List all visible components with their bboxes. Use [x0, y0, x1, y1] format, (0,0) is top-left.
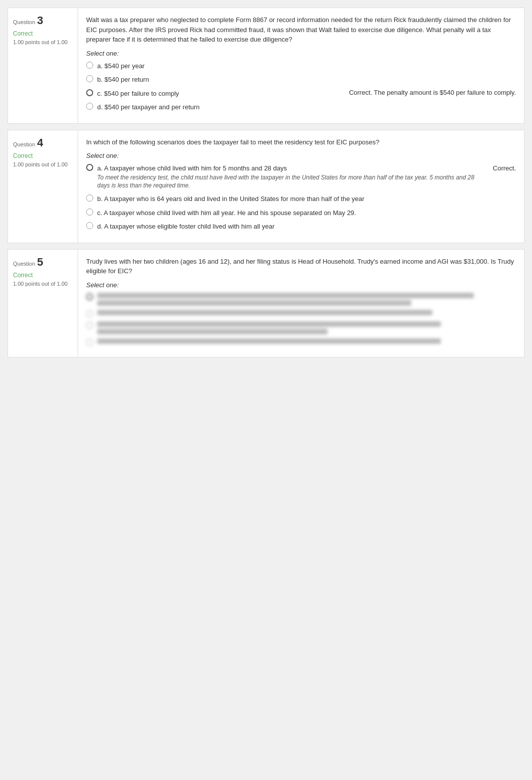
option-row-4b: b. A taxpayer who is 64 years old and li… — [86, 194, 516, 204]
option-radio-5a[interactable] — [86, 293, 93, 300]
option-4d: d. A taxpayer whose eligible foster chil… — [86, 222, 516, 232]
question-points-3: 1.00 points out of 1.00 — [13, 39, 73, 45]
option-row-3d: d. $540 per taxpayer and per return — [86, 102, 516, 112]
select-one-label-5: Select one: — [86, 281, 516, 289]
option-row-4c: c. A taxpayer whose child lived with him… — [86, 208, 516, 218]
question-sidebar-5: Question 5 Correct 1.00 points out of 1.… — [8, 250, 78, 357]
option-radio-3c[interactable] — [86, 89, 93, 96]
question-sidebar-3: Question 3 Correct 1.00 points out of 1.… — [8, 8, 78, 123]
option-radio-4b[interactable] — [86, 194, 93, 202]
blurred-line-5c-1 — [97, 321, 441, 327]
option-5b — [86, 310, 516, 317]
question-block-3: Question 3 Correct 1.00 points out of 1.… — [8, 8, 524, 124]
question-content-5: Trudy lives with her two children (ages … — [78, 250, 524, 357]
question-label-3: Question — [13, 19, 35, 25]
question-label-5: Question — [13, 261, 35, 267]
question-content-4: In which of the following scenarios does… — [78, 130, 524, 243]
option-radio-5c[interactable] — [86, 322, 93, 329]
blurred-line-5b — [97, 310, 432, 315]
option-text-3b: b. $540 per return — [97, 75, 149, 85]
option-text-4b: b. A taxpayer who is 64 years old and li… — [97, 194, 364, 204]
option-3d: d. $540 per taxpayer and per return — [86, 102, 516, 112]
option-correct-note-4a: Correct. — [493, 163, 516, 172]
option-text-4a: a. A taxpayer whose child lived with him… — [97, 163, 287, 173]
option-radio-5b[interactable] — [86, 310, 93, 317]
option-text-4c: c. A taxpayer whose child lived with him… — [97, 208, 356, 218]
blurred-line-5a-1 — [97, 293, 474, 298]
select-one-label-4: Select one: — [86, 152, 516, 159]
option-row-3a: a. $540 per year — [86, 61, 516, 71]
option-text-3c: c. $540 per failure to comply — [97, 89, 179, 99]
blurred-line-5d — [97, 338, 441, 344]
option-3a: a. $540 per year — [86, 61, 516, 71]
option-row-4d: d. A taxpayer whose eligible foster chil… — [86, 222, 516, 232]
blurred-line-5a-2 — [97, 300, 411, 306]
option-5a — [86, 293, 516, 306]
options-list-3: a. $540 per year b. $540 per return — [86, 61, 516, 112]
option-radio-3d[interactable] — [86, 103, 93, 110]
question-points-4: 1.00 points out of 1.00 — [13, 161, 73, 167]
option-radio-4d[interactable] — [86, 222, 93, 229]
option-row-4a: a. A taxpayer whose child lived with him… — [86, 163, 516, 190]
option-radio-3b[interactable] — [86, 75, 93, 82]
option-text-3a: a. $540 per year — [97, 61, 145, 71]
question-number-4: 4 — [37, 136, 43, 149]
question-points-5: 1.00 points out of 1.00 — [13, 281, 73, 287]
option-row-3b: b. $540 per return — [86, 75, 516, 85]
question-content-3: Walt was a tax preparer who neglected to… — [78, 8, 524, 123]
option-radio-4c[interactable] — [86, 209, 93, 216]
question-number-5: 5 — [37, 256, 43, 269]
question-text-5: Trudy lives with her two children (ages … — [86, 257, 516, 276]
option-radio-5d[interactable] — [86, 339, 93, 346]
options-list-5 — [86, 293, 516, 346]
option-4c: c. A taxpayer whose child lived with him… — [86, 208, 516, 218]
page: Question 3 Correct 1.00 points out of 1.… — [0, 0, 532, 780]
blurred-line-5c-2 — [97, 329, 328, 334]
options-list-4: a. A taxpayer whose child lived with him… — [86, 163, 516, 232]
option-detail-4a: To meet the residency test, the child mu… — [97, 173, 485, 190]
question-number-3: 3 — [37, 14, 43, 27]
option-4b: b. A taxpayer who is 64 years old and li… — [86, 194, 516, 204]
option-text-4d: d. A taxpayer whose eligible foster chil… — [97, 222, 275, 232]
option-4a: a. A taxpayer whose child lived with him… — [86, 163, 516, 190]
question-status-3: Correct — [13, 30, 73, 37]
question-block-4: Question 4 Correct 1.00 points out of 1.… — [8, 130, 524, 243]
option-5d — [86, 338, 516, 346]
option-3c: c. $540 per failure to comply Correct. T… — [86, 89, 516, 99]
option-correct-note-3c: Correct. The penalty amount is $540 per … — [349, 89, 516, 96]
question-sidebar-4: Question 4 Correct 1.00 points out of 1.… — [8, 130, 78, 243]
option-row-3c: c. $540 per failure to comply Correct. T… — [86, 89, 516, 99]
option-5c — [86, 321, 516, 334]
question-status-5: Correct — [13, 272, 73, 279]
option-radio-4a[interactable] — [86, 164, 93, 171]
question-block-5: Question 5 Correct 1.00 points out of 1.… — [8, 249, 524, 357]
select-one-label-3: Select one: — [86, 50, 516, 57]
question-text-4: In which of the following scenarios does… — [86, 137, 516, 147]
option-radio-3a[interactable] — [86, 62, 93, 69]
option-3b: b. $540 per return — [86, 75, 516, 85]
question-text-3: Walt was a tax preparer who neglected to… — [86, 15, 516, 45]
option-text-3d: d. $540 per taxpayer and per return — [97, 102, 200, 112]
question-status-4: Correct — [13, 152, 73, 159]
question-label-4: Question — [13, 141, 35, 147]
